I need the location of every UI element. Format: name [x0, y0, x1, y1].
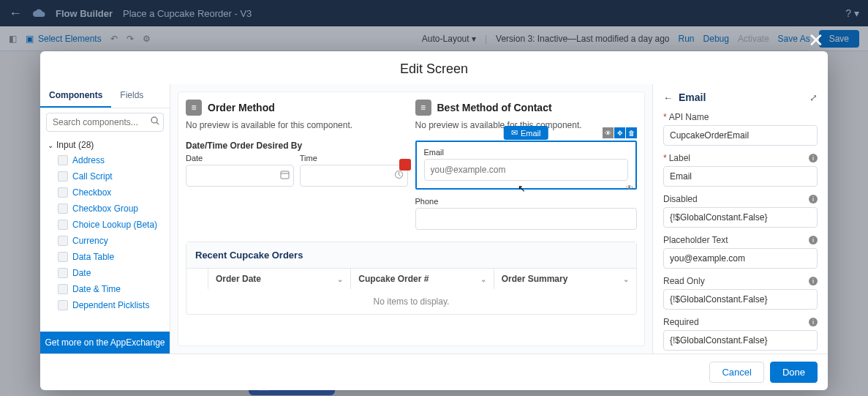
info-icon[interactable]: i — [809, 236, 818, 244]
tab-components[interactable]: Components — [40, 84, 111, 108]
prop-label: Label — [669, 153, 690, 163]
prop-label: Read Only — [663, 276, 705, 286]
component-label: Date & Time — [72, 284, 121, 294]
info-icon[interactable]: i — [809, 154, 818, 162]
prop-label: Disabled — [663, 194, 698, 204]
visibility-icon[interactable]: 👁 — [603, 127, 614, 138]
component-item[interactable]: Dependent Picklists — [40, 297, 170, 313]
component-label: Address — [72, 155, 105, 165]
tree-group-input[interactable]: ⌄ Input (28) — [40, 138, 170, 152]
error-badge-icon — [399, 159, 411, 171]
search-input[interactable] — [46, 113, 164, 132]
email-label: Email — [424, 148, 629, 157]
section-title: Best Method of Contact — [437, 102, 552, 113]
no-preview-text: No preview is available for this compone… — [186, 120, 408, 130]
component-type-icon — [58, 236, 68, 246]
back-arrow-icon[interactable]: ← — [663, 92, 673, 103]
component-label: Date — [72, 268, 91, 278]
email-tag: ✉ Email — [504, 126, 548, 140]
email-icon: ✉ — [511, 128, 518, 138]
placeholder-input[interactable] — [663, 248, 818, 269]
info-icon[interactable]: i — [809, 318, 818, 326]
delete-icon[interactable]: 🗑 — [626, 127, 637, 138]
chevron-down-icon: ⌄ — [48, 141, 53, 149]
time-input[interactable] — [300, 165, 408, 187]
component-item[interactable]: Call Script — [40, 168, 170, 184]
component-item[interactable]: Date & Time — [40, 281, 170, 297]
modal-title: Edit Screen — [40, 51, 828, 84]
component-type-icon — [58, 203, 68, 214]
info-icon[interactable]: i — [809, 195, 818, 203]
tab-fields[interactable]: Fields — [111, 84, 152, 108]
table-empty-text: No items to display. — [186, 289, 636, 314]
chevron-down-icon: ⌄ — [480, 275, 486, 283]
table-column[interactable]: Cupcake Order #⌄ — [351, 269, 494, 289]
prop-label: Placeholder Text — [663, 235, 728, 245]
properties-panel: ← Email ⤢ *API Name *Labeli Disabledi Pl… — [652, 84, 828, 354]
component-type-icon — [58, 155, 68, 165]
api-name-input[interactable] — [663, 125, 818, 146]
appexchange-button[interactable]: Get more on the AppExchange — [40, 332, 170, 354]
component-item[interactable]: Checkbox — [40, 184, 170, 201]
datetime-label: Date/Time Order Desired By — [186, 141, 408, 151]
component-item[interactable]: Date — [40, 265, 170, 281]
search-icon — [151, 116, 159, 125]
svg-line-1 — [156, 122, 159, 124]
component-type-icon — [58, 268, 68, 278]
recent-orders-heading: Recent Cupcake Orders — [186, 242, 636, 268]
component-label: Dependent Picklists — [72, 300, 149, 310]
chevron-down-icon: ⌄ — [623, 275, 629, 283]
component-type-icon — [58, 284, 68, 294]
prop-label: Required — [663, 317, 699, 327]
component-type-icon — [58, 220, 68, 230]
component-item[interactable]: Choice Lookup (Beta) — [40, 217, 170, 233]
time-label: Time — [300, 154, 408, 162]
chevron-down-icon: ⌄ — [337, 275, 343, 283]
email-input[interactable] — [424, 159, 629, 181]
clock-icon[interactable] — [394, 170, 404, 179]
component-type-icon — [58, 300, 68, 310]
disabled-input[interactable] — [663, 207, 818, 228]
component-type-icon — [58, 252, 68, 262]
section-title: Order Method — [208, 102, 275, 113]
readonly-input[interactable] — [663, 289, 818, 310]
label-input[interactable] — [663, 166, 818, 187]
component-label: Call Script — [72, 171, 113, 182]
component-type-icon — [58, 171, 68, 182]
move-icon[interactable]: ✥ — [614, 127, 625, 138]
prop-label: API Name — [669, 112, 709, 122]
svg-rect-2 — [281, 171, 289, 179]
component-item[interactable]: Currency — [40, 233, 170, 249]
phone-label: Phone — [415, 197, 638, 206]
expand-icon[interactable]: ⤢ — [809, 92, 818, 103]
section-icon: ≡ — [186, 100, 202, 116]
phone-input[interactable] — [415, 208, 638, 230]
table-column[interactable]: Order Date⌄ — [208, 269, 351, 289]
done-button[interactable]: Done — [770, 362, 818, 383]
section-icon: ≡ — [415, 100, 431, 116]
info-icon[interactable]: i — [809, 277, 818, 285]
calendar-icon[interactable] — [280, 170, 290, 179]
required-input[interactable] — [663, 330, 818, 351]
component-type-icon — [58, 187, 68, 198]
panel-title: Email — [679, 91, 804, 103]
component-item[interactable]: Data Table — [40, 249, 170, 265]
components-panel: Components Fields ⌄ Input (28) AddressCa… — [40, 84, 170, 354]
component-item[interactable]: Checkbox Group — [40, 201, 170, 217]
cursor-icon: ↖ — [518, 183, 526, 194]
svg-point-0 — [151, 117, 157, 123]
cancel-button[interactable]: Cancel — [709, 362, 763, 383]
recent-orders-table: Recent Cupcake Orders Order Date⌄ Cupcak… — [186, 242, 637, 315]
email-component-selected[interactable]: ✉ Email 👁 ✥ 🗑 Email ↖ — [415, 141, 638, 190]
date-input[interactable] — [186, 165, 294, 187]
table-column[interactable]: Order Summary⌄ — [494, 269, 636, 289]
component-label: Currency — [72, 236, 108, 246]
component-label: Checkbox Group — [72, 203, 138, 214]
component-item[interactable]: Address — [40, 152, 170, 168]
close-icon[interactable]: ✕ — [808, 29, 824, 52]
screen-canvas: ≡ Order Method No preview is available f… — [170, 84, 652, 354]
component-label: Checkbox — [72, 187, 111, 198]
visibility-icon[interactable]: 👁 — [626, 184, 637, 195]
table-checkbox-col[interactable] — [186, 269, 208, 289]
edit-screen-modal: Edit Screen Components Fields ⌄ Input (2… — [40, 51, 828, 390]
